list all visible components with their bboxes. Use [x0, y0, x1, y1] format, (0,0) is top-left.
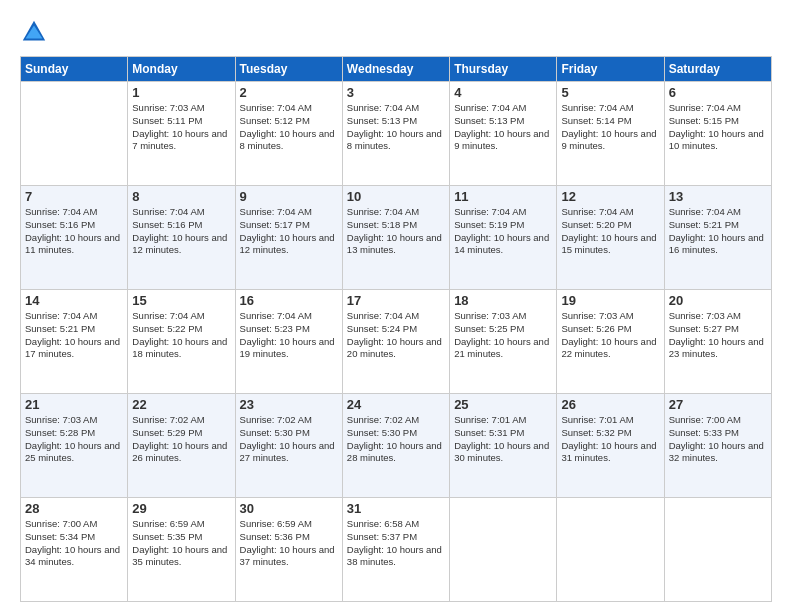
col-header-wednesday: Wednesday — [342, 57, 449, 82]
day-number: 28 — [25, 501, 123, 516]
calendar-cell: 29Sunrise: 6:59 AMSunset: 5:35 PMDayligh… — [128, 498, 235, 602]
calendar-cell: 1Sunrise: 7:03 AMSunset: 5:11 PMDaylight… — [128, 82, 235, 186]
calendar-cell: 10Sunrise: 7:04 AMSunset: 5:18 PMDayligh… — [342, 186, 449, 290]
day-info: Sunrise: 7:04 AMSunset: 5:17 PMDaylight:… — [240, 206, 338, 257]
calendar-cell: 25Sunrise: 7:01 AMSunset: 5:31 PMDayligh… — [450, 394, 557, 498]
calendar-cell: 31Sunrise: 6:58 AMSunset: 5:37 PMDayligh… — [342, 498, 449, 602]
day-number: 11 — [454, 189, 552, 204]
calendar-cell: 11Sunrise: 7:04 AMSunset: 5:19 PMDayligh… — [450, 186, 557, 290]
day-info: Sunrise: 7:03 AMSunset: 5:27 PMDaylight:… — [669, 310, 767, 361]
col-header-friday: Friday — [557, 57, 664, 82]
day-number: 19 — [561, 293, 659, 308]
calendar-cell: 24Sunrise: 7:02 AMSunset: 5:30 PMDayligh… — [342, 394, 449, 498]
col-header-tuesday: Tuesday — [235, 57, 342, 82]
day-info: Sunrise: 7:02 AMSunset: 5:30 PMDaylight:… — [240, 414, 338, 465]
calendar-cell: 17Sunrise: 7:04 AMSunset: 5:24 PMDayligh… — [342, 290, 449, 394]
calendar-cell — [557, 498, 664, 602]
calendar-cell: 21Sunrise: 7:03 AMSunset: 5:28 PMDayligh… — [21, 394, 128, 498]
day-info: Sunrise: 6:59 AMSunset: 5:35 PMDaylight:… — [132, 518, 230, 569]
day-info: Sunrise: 7:02 AMSunset: 5:30 PMDaylight:… — [347, 414, 445, 465]
day-info: Sunrise: 7:03 AMSunset: 5:28 PMDaylight:… — [25, 414, 123, 465]
day-info: Sunrise: 7:03 AMSunset: 5:11 PMDaylight:… — [132, 102, 230, 153]
calendar-week-row: 28Sunrise: 7:00 AMSunset: 5:34 PMDayligh… — [21, 498, 772, 602]
day-number: 2 — [240, 85, 338, 100]
day-number: 5 — [561, 85, 659, 100]
day-info: Sunrise: 7:04 AMSunset: 5:24 PMDaylight:… — [347, 310, 445, 361]
day-number: 16 — [240, 293, 338, 308]
day-number: 24 — [347, 397, 445, 412]
calendar-cell — [664, 498, 771, 602]
calendar-cell: 9Sunrise: 7:04 AMSunset: 5:17 PMDaylight… — [235, 186, 342, 290]
day-info: Sunrise: 7:04 AMSunset: 5:21 PMDaylight:… — [669, 206, 767, 257]
day-info: Sunrise: 7:04 AMSunset: 5:14 PMDaylight:… — [561, 102, 659, 153]
calendar-week-row: 14Sunrise: 7:04 AMSunset: 5:21 PMDayligh… — [21, 290, 772, 394]
day-info: Sunrise: 7:04 AMSunset: 5:19 PMDaylight:… — [454, 206, 552, 257]
day-number: 9 — [240, 189, 338, 204]
logo — [20, 18, 52, 46]
calendar-cell: 2Sunrise: 7:04 AMSunset: 5:12 PMDaylight… — [235, 82, 342, 186]
day-info: Sunrise: 7:04 AMSunset: 5:23 PMDaylight:… — [240, 310, 338, 361]
day-info: Sunrise: 7:04 AMSunset: 5:21 PMDaylight:… — [25, 310, 123, 361]
day-number: 10 — [347, 189, 445, 204]
calendar-cell: 30Sunrise: 6:59 AMSunset: 5:36 PMDayligh… — [235, 498, 342, 602]
day-info: Sunrise: 7:04 AMSunset: 5:15 PMDaylight:… — [669, 102, 767, 153]
day-number: 3 — [347, 85, 445, 100]
day-info: Sunrise: 7:04 AMSunset: 5:12 PMDaylight:… — [240, 102, 338, 153]
calendar-cell: 26Sunrise: 7:01 AMSunset: 5:32 PMDayligh… — [557, 394, 664, 498]
calendar-cell: 3Sunrise: 7:04 AMSunset: 5:13 PMDaylight… — [342, 82, 449, 186]
calendar-cell: 14Sunrise: 7:04 AMSunset: 5:21 PMDayligh… — [21, 290, 128, 394]
day-number: 31 — [347, 501, 445, 516]
calendar-page: SundayMondayTuesdayWednesdayThursdayFrid… — [0, 0, 792, 612]
day-number: 4 — [454, 85, 552, 100]
day-info: Sunrise: 6:59 AMSunset: 5:36 PMDaylight:… — [240, 518, 338, 569]
calendar-cell: 23Sunrise: 7:02 AMSunset: 5:30 PMDayligh… — [235, 394, 342, 498]
day-info: Sunrise: 7:04 AMSunset: 5:13 PMDaylight:… — [454, 102, 552, 153]
day-info: Sunrise: 7:04 AMSunset: 5:13 PMDaylight:… — [347, 102, 445, 153]
calendar-cell: 27Sunrise: 7:00 AMSunset: 5:33 PMDayligh… — [664, 394, 771, 498]
calendar-cell: 18Sunrise: 7:03 AMSunset: 5:25 PMDayligh… — [450, 290, 557, 394]
day-number: 1 — [132, 85, 230, 100]
day-number: 29 — [132, 501, 230, 516]
day-info: Sunrise: 7:04 AMSunset: 5:16 PMDaylight:… — [25, 206, 123, 257]
header — [20, 18, 772, 46]
calendar-cell: 28Sunrise: 7:00 AMSunset: 5:34 PMDayligh… — [21, 498, 128, 602]
calendar-cell — [21, 82, 128, 186]
calendar-cell: 16Sunrise: 7:04 AMSunset: 5:23 PMDayligh… — [235, 290, 342, 394]
calendar-week-row: 21Sunrise: 7:03 AMSunset: 5:28 PMDayligh… — [21, 394, 772, 498]
col-header-thursday: Thursday — [450, 57, 557, 82]
day-info: Sunrise: 7:01 AMSunset: 5:31 PMDaylight:… — [454, 414, 552, 465]
day-number: 8 — [132, 189, 230, 204]
day-number: 21 — [25, 397, 123, 412]
day-number: 23 — [240, 397, 338, 412]
day-number: 6 — [669, 85, 767, 100]
day-number: 26 — [561, 397, 659, 412]
day-number: 30 — [240, 501, 338, 516]
col-header-saturday: Saturday — [664, 57, 771, 82]
day-number: 22 — [132, 397, 230, 412]
logo-icon — [20, 18, 48, 46]
calendar-week-row: 1Sunrise: 7:03 AMSunset: 5:11 PMDaylight… — [21, 82, 772, 186]
day-info: Sunrise: 7:04 AMSunset: 5:18 PMDaylight:… — [347, 206, 445, 257]
calendar-cell: 12Sunrise: 7:04 AMSunset: 5:20 PMDayligh… — [557, 186, 664, 290]
col-header-sunday: Sunday — [21, 57, 128, 82]
day-number: 13 — [669, 189, 767, 204]
col-header-monday: Monday — [128, 57, 235, 82]
day-info: Sunrise: 7:00 AMSunset: 5:34 PMDaylight:… — [25, 518, 123, 569]
calendar-week-row: 7Sunrise: 7:04 AMSunset: 5:16 PMDaylight… — [21, 186, 772, 290]
calendar-cell: 6Sunrise: 7:04 AMSunset: 5:15 PMDaylight… — [664, 82, 771, 186]
day-number: 17 — [347, 293, 445, 308]
day-number: 25 — [454, 397, 552, 412]
calendar-table: SundayMondayTuesdayWednesdayThursdayFrid… — [20, 56, 772, 602]
calendar-cell: 22Sunrise: 7:02 AMSunset: 5:29 PMDayligh… — [128, 394, 235, 498]
day-info: Sunrise: 6:58 AMSunset: 5:37 PMDaylight:… — [347, 518, 445, 569]
calendar-cell — [450, 498, 557, 602]
day-number: 12 — [561, 189, 659, 204]
day-info: Sunrise: 7:04 AMSunset: 5:22 PMDaylight:… — [132, 310, 230, 361]
day-info: Sunrise: 7:03 AMSunset: 5:26 PMDaylight:… — [561, 310, 659, 361]
calendar-header-row: SundayMondayTuesdayWednesdayThursdayFrid… — [21, 57, 772, 82]
calendar-cell: 13Sunrise: 7:04 AMSunset: 5:21 PMDayligh… — [664, 186, 771, 290]
calendar-cell: 4Sunrise: 7:04 AMSunset: 5:13 PMDaylight… — [450, 82, 557, 186]
day-number: 27 — [669, 397, 767, 412]
day-number: 7 — [25, 189, 123, 204]
calendar-cell: 5Sunrise: 7:04 AMSunset: 5:14 PMDaylight… — [557, 82, 664, 186]
